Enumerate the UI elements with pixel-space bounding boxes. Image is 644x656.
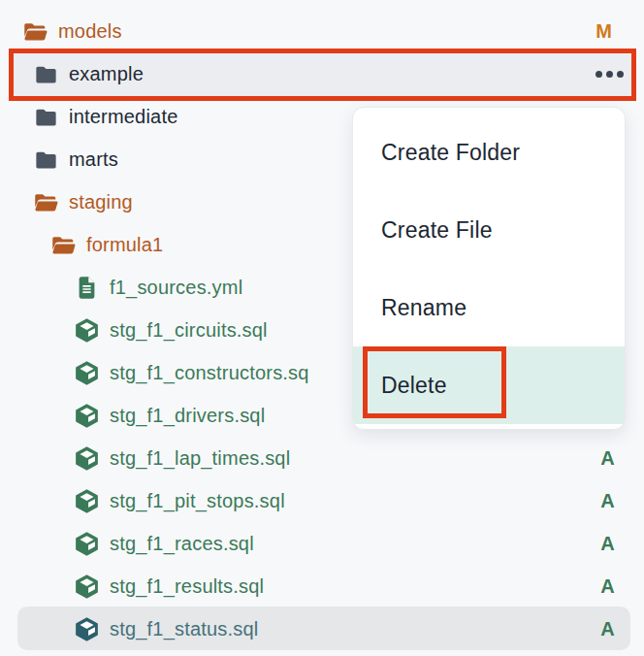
dot	[617, 71, 624, 78]
tree-item-label: marts	[69, 148, 118, 171]
status-badge: A	[600, 607, 615, 650]
tree-item-stg-f1-pit-stops-sql[interactable]: stg_f1_pit_stops.sqlA	[0, 479, 644, 522]
tree-item-example[interactable]: example	[0, 52, 644, 95]
open-folder-icon	[22, 18, 48, 45]
context-menu: Create FolderCreate FileRenameDelete	[352, 107, 626, 430]
status-badge: A	[600, 437, 615, 479]
model-cube-icon	[74, 317, 100, 344]
status-badge: A	[600, 479, 615, 522]
model-cube-icon	[74, 616, 100, 642]
tree-item-label: intermediate	[69, 106, 177, 128]
tree-item-label: stg_f1_results.sql	[110, 575, 264, 598]
open-folder-icon	[33, 189, 59, 215]
tree-item-stg-f1-results-sql[interactable]: stg_f1_results.sqlA	[0, 565, 644, 607]
status-badge: A	[600, 565, 615, 607]
folder-icon	[33, 147, 59, 173]
open-folder-icon	[50, 232, 77, 258]
dot	[606, 71, 613, 78]
tree-item-label: staging	[69, 191, 133, 213]
tree-item-label: example	[69, 63, 144, 85]
tree-item-label: stg_f1_circuits.sql	[110, 319, 268, 342]
tree-item-label: stg_f1_status.sql	[110, 618, 259, 640]
model-cube-icon	[74, 531, 100, 557]
status-badge: A	[600, 522, 615, 565]
tree-item-label: stg_f1_constructors.sq	[110, 362, 309, 384]
tree-item-stg-f1-lap-times-sql[interactable]: stg_f1_lap_times.sqlA	[0, 437, 644, 479]
tree-item-label: models	[58, 20, 122, 43]
tree-item-models[interactable]: modelsM	[0, 10, 644, 52]
menu-item-rename[interactable]: Rename	[353, 269, 625, 346]
folder-icon	[33, 104, 59, 130]
model-cube-icon	[74, 360, 100, 386]
tree-item-label: f1_sources.yml	[110, 277, 242, 299]
tree-item-label: stg_f1_pit_stops.sql	[110, 490, 285, 512]
tree-item-stg-f1-status-sql[interactable]: stg_f1_status.sqlA	[0, 607, 644, 650]
dot	[596, 71, 602, 78]
tree-item-stg-f1-races-sql[interactable]: stg_f1_races.sqlA	[0, 522, 644, 565]
model-cube-icon	[74, 488, 100, 514]
tree-item-label: stg_f1_lap_times.sql	[110, 447, 290, 470]
more-actions-icon[interactable]	[596, 52, 624, 95]
model-cube-icon	[74, 403, 100, 429]
menu-item-delete[interactable]: Delete	[353, 346, 625, 424]
yaml-file-icon	[74, 275, 100, 301]
tree-item-label: formula1	[86, 234, 163, 256]
menu-item-create-file[interactable]: Create File	[353, 191, 625, 269]
menu-item-create-folder[interactable]: Create Folder	[353, 114, 625, 191]
folder-icon	[33, 61, 59, 87]
tree-item-label: stg_f1_drivers.sql	[110, 405, 265, 427]
model-cube-icon	[74, 445, 100, 472]
tree-item-label: stg_f1_races.sql	[110, 533, 254, 555]
status-badge: M	[596, 10, 612, 52]
model-cube-icon	[74, 574, 100, 600]
